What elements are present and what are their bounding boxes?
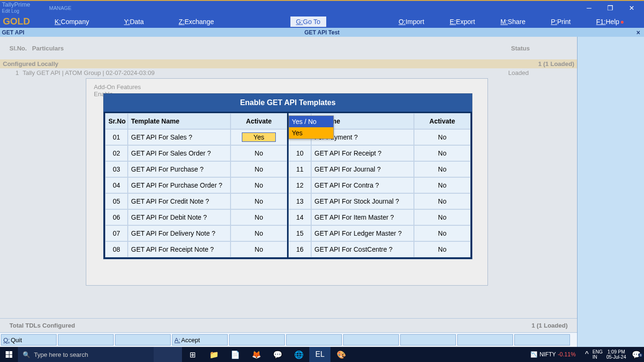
empty-slot [58,334,114,346]
empty-slot [514,334,570,346]
template-row[interactable]: 03GET API For Purchase ?No [105,161,287,177]
edit-log-label: Edit Log [2,8,30,15]
titlebar: TallyPrime Edit Log MANAGE ─ ❐ ✕ [0,0,644,15]
template-row[interactable]: 13GET API For Stock Journal ?No [289,193,471,209]
template-row[interactable]: 16GET API For CostCentre ?No [289,241,471,257]
empty-slot [229,334,285,346]
activate-cell[interactable]: No [414,145,471,161]
template-row[interactable]: 06GET API For Debit Note ?No [105,209,287,225]
template-row[interactable]: 05GET API For Credit Note ?No [105,193,287,209]
el-app-icon[interactable]: EL [309,347,330,362]
quit-button[interactable]: Q:Quit [1,334,57,346]
stock-down-icon: 📉 [530,351,537,358]
empty-slot [343,334,399,346]
dialog-title: Enable GET API Templates [104,94,472,112]
firefox-icon[interactable]: 🦊 [246,347,267,362]
template-row[interactable]: 07GET API For Delivery Note ?No [105,225,287,241]
activate-cell[interactable]: No [231,161,287,177]
activate-cell[interactable]: No [231,209,287,225]
maximize-button[interactable]: ❐ [600,1,621,15]
template-row[interactable]: 11GET API For Journal ?No [289,161,471,177]
tab-close-icon[interactable]: × [636,29,640,36]
activate-cell[interactable]: No [231,177,287,193]
clock[interactable]: 1:09 PM05-Jul-24 [606,349,626,360]
template-row[interactable]: 08GET API For Receipt Note ?No [105,241,287,257]
notifications-icon[interactable]: 💬8 [629,350,644,359]
close-window-button[interactable]: ✕ [621,1,642,15]
whatsapp-icon[interactable]: 💬 [267,347,288,362]
menu-export[interactable]: E:Export [444,16,481,27]
activate-cell[interactable]: No [414,209,471,225]
tab-get-api[interactable]: GET API [2,29,25,36]
menu-goto[interactable]: G:Go To [290,16,326,27]
language-indicator[interactable]: ENGIN [593,349,603,360]
task-view-icon[interactable]: ⊞ [182,347,203,362]
activate-cell[interactable]: No [414,177,471,193]
activate-cell[interactable]: No [414,241,471,257]
yes-no-dropdown[interactable]: Yes / No Yes [289,115,334,139]
minimize-button[interactable]: ─ [578,1,600,15]
paint-icon[interactable]: 🎨 [330,347,352,362]
activate-cell[interactable]: No [414,161,471,177]
accept-button[interactable]: A:Accept [172,334,228,346]
activate-cell[interactable]: No [231,145,287,161]
template-row[interactable]: 10GET API For Receipt ?No [289,145,471,161]
total-row: Total TDLs Configured 1 (1 Loaded) [0,318,577,332]
enable-templates-dialog: Enable GET API Templates Sr.No Template … [103,93,472,259]
app-icon[interactable]: 📄 [224,347,246,362]
activate-cell[interactable]: No [231,241,287,257]
button-bar: Q:Quit A:Accept [0,332,577,347]
menu-print[interactable]: P:Print [545,16,576,27]
template-row[interactable]: 01GET API For Sales ?Yes [105,129,287,145]
tab-get-api-test[interactable]: GET API Test [305,29,340,36]
col-template-name: Template Name [128,113,231,129]
col-activate: Activate [231,113,287,129]
stock-ticker[interactable]: 📉 NIFTY -0.11% [530,351,576,358]
search-icon: 🔍 [23,351,30,358]
empty-slot [115,334,171,346]
activate-cell[interactable]: No [414,193,471,209]
product-name: TallyPrime [2,1,30,8]
tray-expand-icon[interactable]: ^ [585,350,589,359]
template-row[interactable]: 02GET API For Sales Order ?No [105,145,287,161]
empty-slot [286,334,342,346]
col-sr: Sr.No [105,113,128,129]
activate-cell[interactable]: No [231,225,287,241]
dropdown-title: Yes / No [289,116,333,127]
taskbar[interactable]: 🔍 Type here to search ⊞ 📁 📄 🦊 💬 🌐 EL 🎨 📉… [0,347,644,362]
tabbar: GET API GET API Test × [0,28,644,37]
empty-slot [400,334,456,346]
start-button[interactable] [0,347,18,362]
empty-slot [457,334,513,346]
taskbar-search[interactable]: 🔍 Type here to search [18,347,154,362]
menu-exchange[interactable]: Z:Exchange [173,16,220,27]
activate-cell[interactable]: No [231,193,287,209]
template-row[interactable]: 04GET API For Purchase Order ?No [105,177,287,193]
activate-cell[interactable]: No [414,129,471,145]
activate-cell[interactable]: Yes [231,129,287,145]
col-activate-r: Activate [414,113,471,129]
menu-share[interactable]: M:Share [495,16,531,27]
template-row[interactable]: 14GET API For Item Master ?No [289,209,471,225]
menubar: GOLD K:Company Y:Data Z:Exchange G:Go To… [0,15,644,28]
gold-badge: GOLD [3,16,30,27]
search-highlight-icon[interactable] [154,347,182,362]
activate-cell[interactable]: No [414,225,471,241]
left-grid: Sr.No Template Name Activate 01GET API F… [105,113,287,257]
manage-label[interactable]: MANAGE [49,5,72,11]
menu-company[interactable]: K:Company [49,16,95,27]
template-row[interactable]: 15GET API For Ledger Master ?No [289,225,471,241]
template-row[interactable]: 12GET API For Contra ?No [289,177,471,193]
dropdown-option-yes[interactable]: Yes [289,127,333,139]
chrome-icon[interactable]: 🌐 [288,347,309,362]
right-side-panel [577,37,644,347]
menu-import[interactable]: O:Import [393,16,429,27]
file-explorer-icon[interactable]: 📁 [203,347,224,362]
menu-data[interactable]: Y:Data [118,16,149,27]
menu-help[interactable]: F1:Help● [591,16,630,27]
system-tray[interactable]: 📉 NIFTY -0.11% ^ ENGIN 1:09 PM05-Jul-24 … [530,347,644,362]
